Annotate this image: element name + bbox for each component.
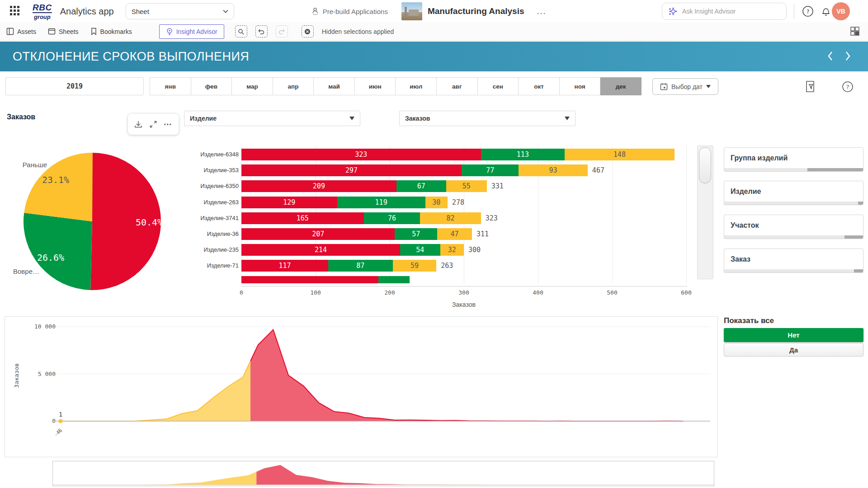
month-filter-сен[interactable]: сен — [478, 77, 519, 95]
bar-row[interactable] — [241, 276, 410, 283]
sparkles-icon — [668, 6, 678, 16]
month-filter-авг[interactable]: авг — [437, 77, 478, 95]
bookmarks-label: Bookmarks — [100, 28, 132, 35]
y-axis-title: Заказов — [13, 363, 20, 388]
bar-row-label: Изделие-36 — [189, 228, 239, 240]
month-filter-дек[interactable]: дек — [600, 77, 642, 95]
distribution-area-chart[interactable]: 05 00010 000Заказов1-461-401-342-315-287… — [5, 316, 718, 457]
scrollbar-thumb[interactable] — [699, 147, 711, 183]
month-filter-мар[interactable]: мар — [232, 77, 273, 95]
x-axis-tick: 0 — [228, 289, 255, 296]
sheet-help-button[interactable]: ? — [842, 81, 854, 94]
bar-row[interactable]: 2145432300 — [241, 244, 481, 256]
next-sheet-button[interactable] — [844, 51, 852, 63]
more-options-button[interactable]: ⋯ — [164, 119, 172, 129]
layout-grid-button[interactable] — [850, 26, 860, 38]
bookmarks-button[interactable]: Bookmarks — [90, 28, 132, 35]
bar-segment-red[interactable]: 207 — [241, 228, 395, 240]
bar-segment-green[interactable]: 87 — [328, 260, 393, 272]
filter-box-4[interactable]: Заказ — [724, 249, 863, 273]
sheets-button[interactable]: Sheets — [48, 28, 79, 35]
bar-segment-green[interactable]: 119 — [337, 197, 425, 208]
month-filter-ноя[interactable]: ноя — [560, 77, 601, 95]
filter-box-3[interactable]: Участок — [724, 215, 863, 239]
filter-box-2[interactable]: Изделие — [724, 181, 863, 205]
bar-segment-red[interactable]: 129 — [241, 197, 337, 208]
bar-segment-yellow[interactable]: 30 — [425, 197, 448, 208]
month-filter-апр[interactable]: апр — [273, 77, 314, 95]
month-filter-фев[interactable]: фев — [191, 77, 232, 95]
chart-navigator-strip[interactable] — [52, 461, 714, 486]
bar-segment-red[interactable]: 323 — [241, 149, 481, 160]
bar-segment-red[interactable]: 117 — [241, 260, 328, 272]
data-point[interactable] — [59, 419, 63, 423]
bar-segment-red[interactable]: 209 — [241, 180, 396, 192]
notifications-button[interactable] — [819, 5, 833, 18]
bar-segment-red[interactable]: 214 — [241, 244, 400, 256]
bar-segment-green[interactable] — [378, 276, 410, 283]
bar-segment-yellow[interactable]: 32 — [440, 244, 464, 256]
bar-segment-green[interactable]: 54 — [400, 244, 440, 256]
bar-segment-yellow[interactable]: 55 — [446, 180, 487, 192]
more-options-button[interactable]: ... — [537, 7, 547, 16]
x-axis-tick: 200 — [376, 289, 403, 296]
previous-sheet-button[interactable] — [826, 51, 834, 63]
help-icon: ? — [802, 5, 814, 17]
undo-selection-button[interactable] — [255, 25, 268, 38]
app-launcher-icon[interactable] — [10, 6, 21, 17]
bar-row[interactable]: 323113148 — [241, 149, 675, 160]
bar-segment-yellow[interactable]: 148 — [565, 149, 675, 160]
month-filter-июл[interactable]: июл — [396, 77, 437, 95]
help-button[interactable]: ? — [801, 5, 815, 18]
bar-segment-green[interactable]: 67 — [396, 180, 446, 192]
redo-selection-button[interactable] — [276, 25, 288, 38]
assets-button[interactable]: Assets — [6, 28, 36, 35]
bar-row[interactable]: 2977793467 — [241, 164, 604, 176]
date-picker-button[interactable]: Выбор дат — [652, 78, 718, 95]
bar-row[interactable]: 2075747311 — [241, 228, 489, 240]
bar-row[interactable]: 2096755331 — [241, 180, 504, 192]
bar-dimension-select[interactable]: Изделие — [184, 111, 360, 126]
year-filter[interactable]: 2019 — [5, 77, 144, 95]
month-filter-янв[interactable]: янв — [150, 77, 191, 95]
bar-segment-green[interactable]: 57 — [395, 228, 437, 240]
bar-row[interactable]: 12911930278 — [241, 197, 464, 208]
search-selections-button[interactable] — [235, 25, 247, 38]
bar-segment-yellow[interactable]: 47 — [437, 228, 472, 240]
app-thumbnail-factory-image[interactable] — [401, 2, 422, 20]
insight-advisor-search[interactable]: Ask Insight Advisor — [662, 3, 787, 20]
bar-segment-red[interactable] — [241, 276, 378, 283]
bar-row[interactable]: 1657682323 — [241, 212, 498, 224]
bar-segment-yellow[interactable]: 59 — [393, 260, 437, 272]
bar-segment-green[interactable]: 77 — [462, 164, 519, 176]
selections-tool-button[interactable] — [806, 80, 816, 94]
filter-box-1[interactable]: Группа изделий — [724, 147, 863, 172]
bar-segment-yellow[interactable]: 82 — [420, 212, 481, 224]
sheet-selector[interactable]: Sheet — [126, 3, 234, 19]
bar-chart-scrollbar[interactable] — [697, 145, 713, 279]
expand-button[interactable] — [149, 120, 157, 128]
clear-selections-button[interactable] — [302, 25, 314, 38]
show-all-yes-button[interactable]: Да — [724, 343, 863, 357]
bar-segment-green[interactable]: 76 — [364, 212, 420, 224]
bar-measure-select[interactable]: Заказов — [399, 111, 576, 126]
svg-text:?: ? — [806, 8, 810, 15]
user-avatar[interactable]: VB — [832, 2, 850, 20]
bar-row[interactable]: 1178759263 — [241, 260, 453, 272]
bar-row-label: Изделие-235 — [189, 244, 239, 256]
late-area[interactable] — [250, 330, 684, 421]
prebuild-applications-link[interactable]: Pre-build Applications — [311, 7, 388, 15]
download-button[interactable] — [134, 120, 142, 128]
month-filter-окт[interactable]: окт — [519, 77, 560, 95]
bar-segment-red[interactable]: 297 — [241, 164, 462, 176]
bar-segment-red[interactable]: 165 — [241, 212, 364, 224]
navigator-late-area — [256, 465, 710, 485]
insight-advisor-button[interactable]: Insight Advisor — [159, 24, 224, 39]
bar-segment-yellow[interactable]: 93 — [519, 164, 588, 176]
month-filter-май[interactable]: май — [314, 77, 355, 95]
bar-segment-green[interactable]: 113 — [481, 149, 565, 160]
bell-icon — [821, 6, 831, 17]
show-all-no-button[interactable]: Нет — [724, 328, 863, 342]
month-filter-июн[interactable]: июн — [355, 77, 396, 95]
stacked-bar-chart[interactable]: Изделие-6348323113148Изделие-35329777934… — [0, 145, 696, 283]
